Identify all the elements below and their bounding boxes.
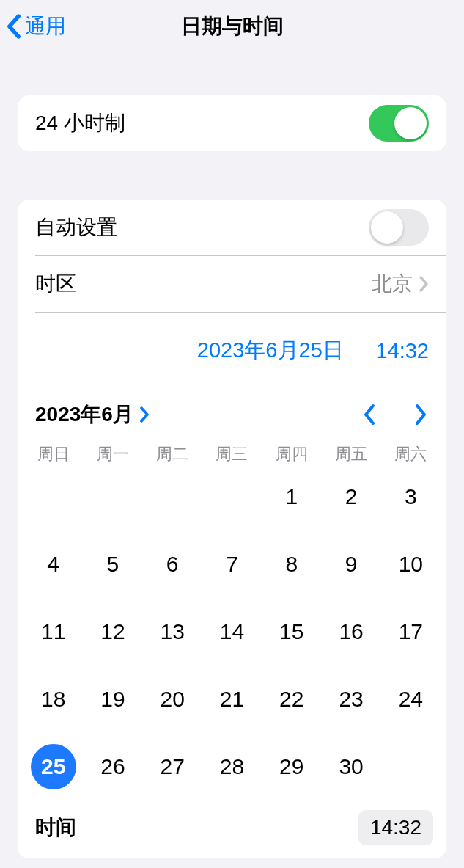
back-button[interactable]: 通用 bbox=[6, 12, 66, 40]
footer-note: 打开“定位服务”将提高自动时区准确性。 bbox=[0, 858, 464, 868]
auto-set-toggle[interactable] bbox=[369, 209, 429, 246]
calendar-day[interactable]: 30 bbox=[321, 743, 380, 791]
weekday-label: 周日 bbox=[23, 443, 83, 465]
calendar-day[interactable]: 9 bbox=[321, 540, 380, 588]
calendar-day[interactable]: 2 bbox=[321, 473, 380, 521]
toggle-knob bbox=[394, 107, 427, 139]
toggle-knob bbox=[371, 211, 403, 244]
calendar-day[interactable]: 6 bbox=[143, 540, 202, 588]
page-title: 日期与时间 bbox=[181, 12, 284, 40]
calendar-day[interactable]: 28 bbox=[202, 743, 262, 791]
timezone-label: 时区 bbox=[35, 270, 76, 298]
auto-set-row: 自动设置 bbox=[18, 200, 446, 255]
hour-format-toggle[interactable] bbox=[369, 105, 429, 142]
chevron-right-icon bbox=[139, 406, 150, 423]
weekday-label: 周二 bbox=[143, 443, 202, 465]
calendar-day[interactable]: 3 bbox=[381, 473, 441, 521]
auto-set-label: 自动设置 bbox=[35, 214, 117, 241]
timezone-value: 北京 bbox=[372, 270, 413, 298]
time-picker-button[interactable]: 14:32 bbox=[358, 810, 433, 845]
calendar-day[interactable]: 17 bbox=[381, 608, 441, 656]
weekday-label: 周四 bbox=[262, 443, 321, 465]
calendar-day[interactable]: 8 bbox=[262, 540, 321, 588]
calendar-day[interactable]: 1 bbox=[262, 473, 321, 521]
calendar-day[interactable]: 23 bbox=[321, 675, 380, 723]
calendar-day[interactable]: 29 bbox=[262, 743, 321, 791]
calendar-day[interactable]: 12 bbox=[83, 608, 142, 656]
calendar-day[interactable]: 24 bbox=[381, 675, 441, 723]
calendar-day[interactable]: 22 bbox=[262, 675, 321, 723]
calendar-day[interactable]: 18 bbox=[23, 675, 83, 723]
calendar-day[interactable]: 7 bbox=[202, 540, 262, 588]
calendar-day[interactable]: 16 bbox=[321, 608, 380, 656]
selected-time-display[interactable]: 14:32 bbox=[375, 339, 429, 363]
calendar-grid: 1234567891011121314151617181920212223242… bbox=[18, 473, 446, 803]
calendar-day[interactable]: 4 bbox=[23, 540, 83, 588]
weekday-label: 周五 bbox=[321, 443, 380, 465]
calendar-day[interactable]: 11 bbox=[23, 608, 83, 656]
next-month-button[interactable] bbox=[413, 403, 429, 426]
weekday-label: 周六 bbox=[381, 443, 441, 465]
calendar-day-empty bbox=[23, 473, 83, 521]
calendar-day[interactable]: 19 bbox=[83, 675, 142, 723]
calendar-day[interactable]: 5 bbox=[83, 540, 142, 588]
chevron-left-icon bbox=[6, 14, 22, 39]
prev-month-button[interactable] bbox=[361, 403, 378, 426]
calendar-day[interactable]: 20 bbox=[143, 675, 202, 723]
calendar-day-empty bbox=[83, 473, 142, 521]
calendar-day-empty bbox=[202, 473, 262, 521]
calendar-day[interactable]: 21 bbox=[202, 675, 262, 723]
weekday-label: 周一 bbox=[83, 443, 142, 465]
calendar-day[interactable]: 26 bbox=[83, 743, 142, 791]
chevron-right-icon bbox=[419, 276, 429, 292]
calendar-day[interactable]: 13 bbox=[143, 608, 202, 656]
calendar-day[interactable]: 25 bbox=[23, 743, 83, 791]
hour-format-label: 24 小时制 bbox=[35, 109, 125, 137]
timezone-row[interactable]: 时区 北京 bbox=[18, 256, 446, 312]
back-label: 通用 bbox=[25, 12, 66, 40]
calendar-day-empty bbox=[143, 473, 202, 521]
calendar-day[interactable]: 15 bbox=[262, 608, 321, 656]
calendar-day[interactable]: 14 bbox=[202, 608, 262, 656]
hour-format-row: 24 小时制 bbox=[18, 95, 446, 151]
selected-date-display[interactable]: 2023年6月25日 bbox=[165, 336, 375, 365]
weekday-header: 周日周一周二周三周四周五周六 bbox=[18, 437, 446, 473]
calendar-day[interactable]: 27 bbox=[143, 743, 202, 791]
month-picker-button[interactable]: 2023年6月 bbox=[35, 401, 150, 428]
month-title-label: 2023年6月 bbox=[35, 401, 133, 428]
calendar-day[interactable]: 10 bbox=[381, 540, 441, 588]
weekday-label: 周三 bbox=[202, 443, 262, 465]
time-label: 时间 bbox=[35, 814, 76, 842]
